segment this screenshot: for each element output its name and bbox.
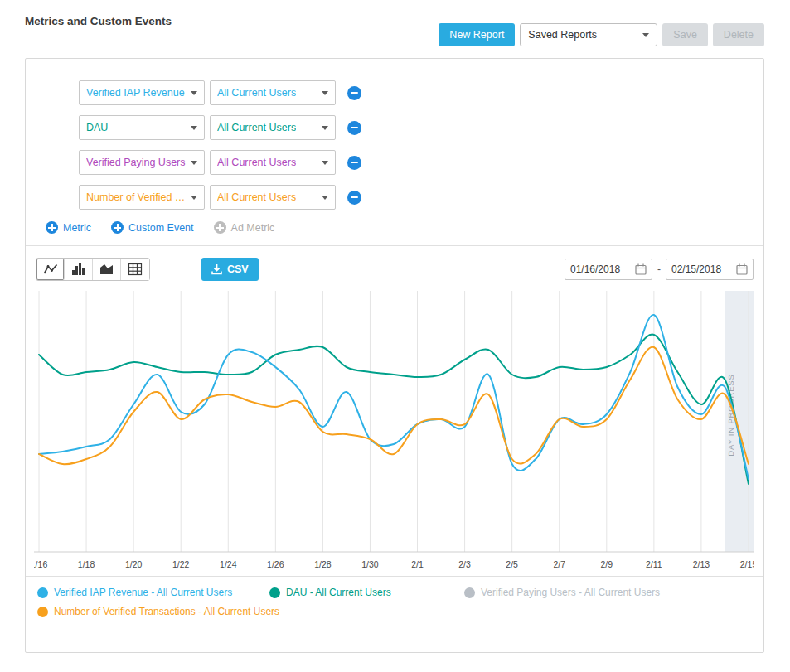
report-card: Verified IAP Revenue All Current Users D… xyxy=(25,58,764,653)
series-color-dot xyxy=(464,587,475,598)
table-icon xyxy=(128,263,143,276)
chart-legend: Verified IAP Revenue - All Current Users… xyxy=(26,576,763,617)
csv-download-button[interactable]: CSV xyxy=(201,258,259,281)
metric-dropdown[interactable]: Verified IAP Revenue xyxy=(79,80,205,105)
svg-text:2/7: 2/7 xyxy=(553,559,565,569)
date-range: 01/16/2018 - 02/15/2018 xyxy=(565,259,754,280)
metric-dropdown-label: Verified IAP Revenue xyxy=(86,87,185,99)
chevron-down-icon xyxy=(322,196,328,200)
download-icon xyxy=(211,263,222,275)
remove-metric-button[interactable] xyxy=(347,156,361,170)
svg-text:2/5: 2/5 xyxy=(506,559,518,569)
add-custom-event-link[interactable]: Custom Event xyxy=(111,221,194,234)
svg-text:1/24: 1/24 xyxy=(220,559,237,569)
remove-metric-button[interactable] xyxy=(347,121,361,135)
add-ad-metric-link: Ad Metric xyxy=(214,221,275,234)
svg-text:1/18: 1/18 xyxy=(78,559,95,569)
svg-text:2/11: 2/11 xyxy=(646,559,662,569)
metric-row: Verified Paying Users All Current Users xyxy=(79,150,763,175)
plus-icon xyxy=(46,221,58,234)
metric-dropdown[interactable]: Verified Paying Users xyxy=(79,150,205,175)
saved-reports-label: Saved Reports xyxy=(528,29,597,41)
csv-button-label: CSV xyxy=(227,263,249,275)
plus-icon xyxy=(214,221,226,234)
legend-label: Verified Paying Users - All Current User… xyxy=(481,587,660,598)
page-title: Metrics and Custom Events xyxy=(25,15,172,27)
legend-item-transactions[interactable]: Number of Verified Transactions - All Cu… xyxy=(37,606,279,617)
audience-dropdown[interactable]: All Current Users xyxy=(210,185,336,210)
chevron-down-icon xyxy=(191,91,197,95)
chart-type-toggle xyxy=(36,258,150,281)
series-color-dot xyxy=(37,607,48,617)
legend-label: DAU - All Current Users xyxy=(286,587,391,598)
add-custom-event-label: Custom Event xyxy=(128,222,194,234)
svg-text:1/30: 1/30 xyxy=(361,559,379,569)
audience-dropdown[interactable]: All Current Users xyxy=(210,80,336,105)
legend-item-iap-revenue[interactable]: Verified IAP Revenue - All Current Users xyxy=(37,587,269,598)
saved-reports-dropdown[interactable]: Saved Reports xyxy=(520,23,657,46)
svg-text:2/9: 2/9 xyxy=(600,559,613,569)
calendar-icon xyxy=(736,263,748,275)
audience-dropdown[interactable]: All Current Users xyxy=(210,115,336,140)
metric-dropdown-label: DAU xyxy=(86,122,108,133)
line-chart-icon xyxy=(43,263,58,276)
metric-dropdown-label: Verified Paying Users xyxy=(86,157,186,168)
chart-area: 1/161/181/201/221/241/261/281/302/12/32/… xyxy=(34,291,755,571)
add-ad-metric-label: Ad Metric xyxy=(231,222,275,234)
save-button[interactable]: Save xyxy=(662,23,708,46)
header-controls: New Report Saved Reports Save Delete xyxy=(439,23,764,46)
metric-row: Verified IAP Revenue All Current Users xyxy=(79,80,763,105)
calendar-icon xyxy=(635,263,647,275)
legend-label: Number of Verified Transactions - All Cu… xyxy=(54,606,279,617)
legend-row: Verified IAP Revenue - All Current Users… xyxy=(37,587,752,598)
add-metric-link[interactable]: Metric xyxy=(46,221,91,234)
svg-text:1/22: 1/22 xyxy=(172,559,190,569)
area-chart-button[interactable] xyxy=(93,259,121,280)
series-color-dot xyxy=(37,587,48,598)
legend-label: Verified IAP Revenue - All Current Users xyxy=(54,587,232,598)
chevron-down-icon xyxy=(322,161,328,165)
new-report-button[interactable]: New Report xyxy=(439,23,515,46)
plus-icon xyxy=(111,221,124,234)
chevron-down-icon xyxy=(322,126,328,130)
table-view-button[interactable] xyxy=(121,259,149,280)
end-date-input[interactable]: 02/15/2018 xyxy=(666,259,754,280)
audience-dropdown[interactable]: All Current Users xyxy=(210,150,336,175)
svg-text:2/15: 2/15 xyxy=(740,559,754,569)
svg-text:2/1: 2/1 xyxy=(411,559,424,569)
series-color-dot xyxy=(269,587,280,598)
remove-metric-button[interactable] xyxy=(347,191,361,205)
start-date-value: 01/16/2018 xyxy=(570,263,620,275)
audience-dropdown-label: All Current Users xyxy=(217,157,296,168)
audience-dropdown-label: All Current Users xyxy=(217,191,296,203)
legend-item-paying-users[interactable]: Verified Paying Users - All Current User… xyxy=(464,587,660,598)
delete-button[interactable]: Delete xyxy=(713,23,764,46)
svg-text:1/20: 1/20 xyxy=(125,559,143,569)
date-separator: - xyxy=(657,263,661,275)
start-date-input[interactable]: 01/16/2018 xyxy=(565,259,652,280)
metrics-line-chart: 1/161/181/201/221/241/261/281/302/12/32/… xyxy=(34,291,754,571)
legend-row: Number of Verified Transactions - All Cu… xyxy=(37,606,752,617)
svg-text:1/16: 1/16 xyxy=(34,559,47,569)
metric-dropdown-label: Number of Verified Trans... xyxy=(86,191,187,203)
legend-item-dau[interactable]: DAU - All Current Users xyxy=(269,587,464,598)
svg-text:2/3: 2/3 xyxy=(458,559,471,569)
metric-dropdown[interactable]: Number of Verified Trans... xyxy=(79,185,205,210)
add-metric-label: Metric xyxy=(63,222,91,234)
metric-row: DAU All Current Users xyxy=(79,115,763,140)
bar-chart-button[interactable] xyxy=(65,259,93,280)
chevron-down-icon xyxy=(191,196,197,200)
line-chart-button[interactable] xyxy=(36,259,65,280)
audience-dropdown-label: All Current Users xyxy=(217,122,296,133)
metric-dropdown[interactable]: DAU xyxy=(79,115,205,140)
end-date-value: 02/15/2018 xyxy=(671,263,721,275)
svg-text:1/26: 1/26 xyxy=(267,559,284,569)
chevron-down-icon xyxy=(322,91,328,95)
remove-metric-button[interactable] xyxy=(347,86,361,100)
metric-selectors: Verified IAP Revenue All Current Users D… xyxy=(26,59,763,234)
metric-row: Number of Verified Trans... All Current … xyxy=(79,185,763,210)
svg-text:1/28: 1/28 xyxy=(314,559,332,569)
chevron-down-icon xyxy=(191,161,197,165)
area-chart-icon xyxy=(99,263,114,276)
audience-dropdown-label: All Current Users xyxy=(217,87,296,99)
